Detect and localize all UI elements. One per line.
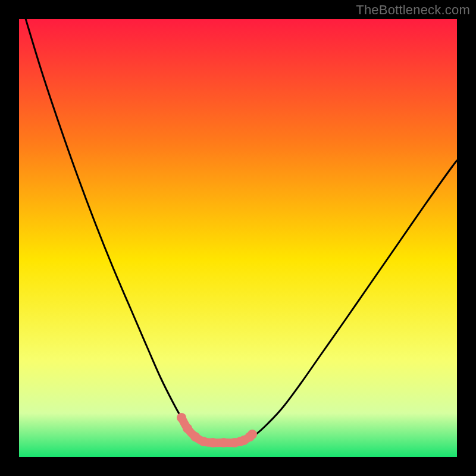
plot-background: [19, 19, 457, 457]
highlight-dot: [190, 432, 200, 441]
bottleneck-chart: [0, 0, 476, 476]
highlight-dot: [208, 438, 218, 447]
highlight-dot: [219, 438, 228, 447]
highlight-dot: [245, 432, 255, 441]
highlight-dot: [177, 413, 186, 422]
highlight-dot: [183, 424, 192, 433]
watermark-text: TheBottleneck.com: [356, 2, 470, 18]
highlight-dot: [199, 437, 208, 446]
highlight-dot: [236, 437, 245, 446]
chart-frame: { "watermark": "TheBottleneck.com", "col…: [0, 0, 476, 476]
